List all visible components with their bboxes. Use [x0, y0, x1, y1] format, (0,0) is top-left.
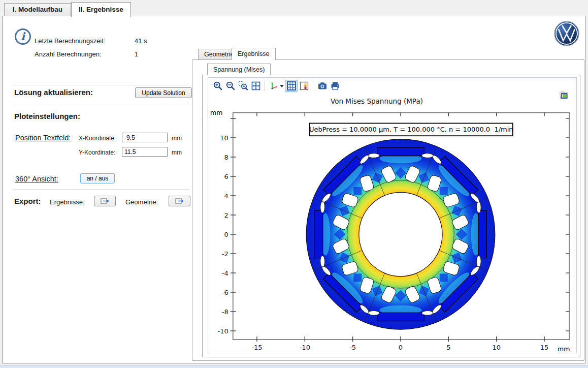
computation-count-label: Anzahl Berechnungen: [35, 50, 102, 58]
y-tick-label: -4 [222, 269, 228, 277]
rim-notch [320, 256, 325, 267]
toolbar-separator [313, 81, 313, 91]
axes-orientation-button[interactable] [268, 80, 285, 92]
rim-notch [476, 201, 481, 213]
chevron-down-icon [280, 85, 284, 87]
x-tick-label: -10 [300, 344, 310, 351]
print-button[interactable] [329, 80, 341, 92]
last-computation-label: Letzte Berechnungszeit: [35, 37, 105, 45]
x-tick-label: 15 [540, 344, 549, 351]
export-heading: Export: [14, 197, 41, 205]
plot-group-icon [559, 91, 570, 101]
tab-spannung-mises[interactable]: Spannung (Mises) [207, 64, 271, 75]
x-axis-unit-label: mm [558, 345, 570, 353]
magnet-slot [377, 147, 424, 156]
stress-patch [353, 273, 362, 282]
x-tick-label: 5 [446, 344, 450, 351]
shaft-hole [359, 192, 442, 276]
export-results-label: Ergebnisse: [50, 198, 85, 206]
grid-toggle-button[interactable] [285, 80, 298, 92]
x-coordinate-label: X-Koordinate: [79, 135, 116, 142]
rotor-graphic [306, 139, 495, 329]
plot-canvas[interactable]: Von Mises Spannung (MPa)mmmm-15-10-50510… [208, 78, 577, 354]
toolbar-separator [265, 81, 265, 91]
update-solution-label: Lösung aktualisieren: [14, 88, 93, 97]
tab-ergebnisse[interactable]: II. Ergebnisse [71, 2, 131, 17]
zoom-in-button[interactable] [211, 80, 224, 92]
zoom-extents-icon [251, 81, 261, 91]
color-legend-toggle-button[interactable] [298, 80, 310, 92]
magnet-slot [478, 210, 486, 258]
zoom-out-icon [225, 81, 236, 91]
printer-icon [330, 81, 340, 91]
export-icon [101, 198, 110, 204]
y-tick-label: -2 [222, 250, 228, 258]
window-bottom-edge [0, 365, 588, 368]
plot-settings-heading: Ploteinstellungen: [14, 112, 80, 120]
grid-icon [286, 81, 297, 91]
divider [13, 85, 188, 85]
plot-title: Von Mises Spannung (MPa) [331, 97, 423, 105]
plot-toolbar [211, 79, 341, 93]
rim-notch [422, 154, 434, 158]
y-tick-label: -8 [222, 308, 228, 316]
export-geometry-button[interactable] [169, 196, 190, 206]
computation-count-value: 1 [135, 50, 138, 58]
view-360-toggle-button[interactable]: an / aus [80, 173, 115, 183]
y-tick-label: 4 [224, 192, 228, 200]
tab-ergebnisse-plot[interactable]: Ergebnisse [232, 48, 276, 60]
divider [13, 189, 188, 190]
update-solution-button[interactable]: Update Solution [135, 87, 192, 98]
rim-notch [368, 154, 380, 158]
y-unit-label: mm [172, 149, 182, 156]
snapshot-button[interactable] [316, 80, 329, 92]
annotation-text: UebPress = 10.0000 μm, T = 100.000 °C, n… [309, 126, 513, 133]
tab-modellaufbau[interactable]: I. Modellaufbau [4, 3, 71, 16]
stress-patch [440, 187, 448, 195]
color-legend-icon [299, 81, 309, 91]
y-axis-unit-label: mm [210, 109, 222, 116]
x-tick-label: -15 [251, 344, 262, 351]
rim-notch [368, 311, 380, 315]
divider [13, 105, 188, 105]
y-tick-label: 2 [224, 211, 228, 219]
export-geometry-label: Geometrie: [125, 198, 158, 206]
magnet-slot [315, 210, 323, 258]
x-coordinate-input[interactable] [122, 133, 168, 142]
y-tick-label: 8 [224, 154, 228, 161]
x-tick-label: 0 [399, 344, 403, 351]
zoom-extents-button[interactable] [249, 80, 262, 92]
y-tick-label: -10 [218, 327, 228, 335]
y-tick-label: -6 [222, 289, 228, 296]
app-content: i Letzte Berechnungszeit: 41 s Anzahl Be… [2, 16, 585, 363]
stress-patch [440, 273, 448, 282]
stress-patch [353, 187, 362, 195]
vw-logo [553, 20, 580, 47]
y-tick-label: 6 [224, 173, 228, 180]
zoom-box-button[interactable] [237, 80, 249, 92]
x-unit-label: mm [172, 135, 182, 142]
export-icon [175, 198, 184, 204]
y-tick-label: 0 [224, 231, 228, 238]
rim-notch [422, 311, 434, 315]
info-icon: i [15, 28, 31, 45]
x-tick-label: -5 [349, 344, 356, 351]
y-coordinate-label: Y-Koordinate: [79, 149, 115, 156]
application-window: I. Modellaufbau II. Ergebnisse i Letzte … [0, 0, 588, 368]
graphics-widget: Von Mises Spannung (MPa)mmmm-15-10-50510… [208, 77, 577, 353]
zoom-out-button[interactable] [224, 80, 237, 92]
position-textfield-label: Position Textfeld: [15, 134, 71, 142]
y-coordinate-input[interactable] [122, 147, 168, 157]
x-tick-label: 10 [492, 344, 501, 351]
rim-notch [476, 256, 481, 267]
zoom-box-icon [238, 81, 248, 91]
last-computation-value: 41 s [135, 37, 147, 45]
magnet-slot [377, 313, 424, 321]
camera-icon [317, 81, 328, 91]
zoom-in-icon [213, 81, 223, 91]
y-tick-label: 10 [220, 134, 228, 142]
rim-notch [320, 201, 325, 213]
view-360-label: 360° Ansicht: [15, 175, 58, 183]
export-results-button[interactable] [94, 196, 116, 206]
axes-orientation-icon [269, 81, 279, 91]
